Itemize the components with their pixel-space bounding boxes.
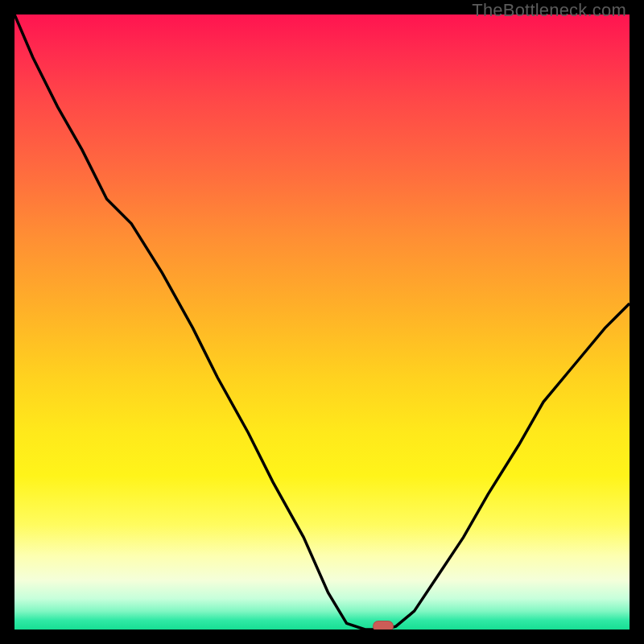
watermark-text: TheBottleneck.com (472, 0, 626, 21)
bottleneck-curve (14, 14, 630, 630)
plot-area (14, 14, 630, 630)
curve-path (14, 14, 630, 630)
optimum-marker (373, 621, 394, 630)
chart-frame: TheBottleneck.com (0, 0, 644, 644)
